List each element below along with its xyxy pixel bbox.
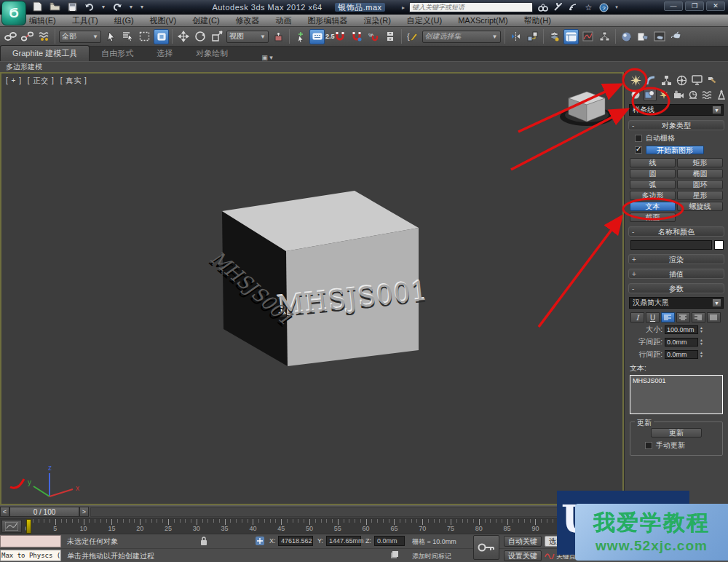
text-input-area[interactable]: MHSJS001 xyxy=(630,375,723,414)
previous-frame-button[interactable]: < xyxy=(0,507,9,517)
object-type-button[interactable]: 多边形 xyxy=(630,191,676,200)
auto-key-button[interactable]: 自动关键点 xyxy=(504,536,542,547)
manual-update-checkbox[interactable] xyxy=(645,442,652,449)
object-type-button[interactable]: 星形 xyxy=(677,191,723,200)
spinner-snap-icon[interactable] xyxy=(383,29,398,44)
menu-item[interactable]: 渲染(R) xyxy=(364,15,391,26)
search-input[interactable] xyxy=(409,2,533,12)
close-button[interactable]: ✕ xyxy=(706,1,725,11)
current-frame-display[interactable]: 0 / 100 xyxy=(9,507,79,517)
use-pivot-point-icon[interactable] xyxy=(271,29,286,44)
italic-button[interactable]: I xyxy=(630,312,644,322)
rollout-name-color[interactable]: -名称和颜色 xyxy=(628,226,724,237)
window-crossing-toggle-icon[interactable] xyxy=(154,29,169,44)
layer-manager-icon[interactable] xyxy=(547,29,562,44)
leading-field[interactable]: 0.0mm xyxy=(665,350,698,359)
y-coordinate-field[interactable]: 1447.65mm xyxy=(326,536,361,546)
space-warps-category-icon[interactable] xyxy=(701,88,714,101)
infocenter-arrow-icon[interactable]: ▸ xyxy=(402,4,405,11)
select-and-move-icon[interactable] xyxy=(175,29,191,44)
menu-item[interactable]: 修改器 xyxy=(236,15,260,26)
mirror-icon[interactable] xyxy=(508,29,523,44)
timeline-ruler[interactable]: 0510152025303540455055606570758085909510… xyxy=(25,518,622,534)
ribbon-panel-polymodeling[interactable]: 多边形建模 xyxy=(6,62,42,72)
max-application-button[interactable]: Ϭ xyxy=(1,1,26,25)
select-by-name-icon[interactable] xyxy=(120,29,135,44)
font-dropdown[interactable]: 汉鼎简大黑▼ xyxy=(629,297,724,309)
rollout-object-type[interactable]: -对象类型 xyxy=(628,120,724,130)
percent-snap-icon[interactable]: % xyxy=(366,29,381,44)
object-type-button[interactable]: 弧 xyxy=(630,180,676,189)
align-right-button[interactable] xyxy=(692,312,705,322)
dropdown-arrow-icon[interactable]: ▼ xyxy=(712,106,721,114)
update-button[interactable]: 更新 xyxy=(651,428,702,438)
snaps-toggle-icon[interactable] xyxy=(333,29,348,44)
rendered-frame-window-icon[interactable] xyxy=(652,29,668,44)
align-icon[interactable] xyxy=(525,29,540,44)
favorites-star-icon[interactable]: ☆ xyxy=(583,2,594,12)
rectangular-selection-region-icon[interactable] xyxy=(137,29,152,44)
shapes-category-icon[interactable] xyxy=(644,88,657,101)
geometry-category-icon[interactable] xyxy=(629,88,642,101)
maximize-button[interactable]: ❒ xyxy=(685,1,704,11)
reference-coordinate-dropdown[interactable]: 视图▼ xyxy=(226,31,269,43)
menu-item[interactable]: 自定义(U) xyxy=(407,15,442,26)
select-object-icon[interactable] xyxy=(103,29,119,44)
object-type-button[interactable]: 文本 xyxy=(630,202,676,211)
select-and-link-icon[interactable] xyxy=(3,29,18,44)
keyboard-shortcut-override-icon[interactable] xyxy=(309,29,325,44)
shape-category-dropdown[interactable]: 样条线▼ xyxy=(629,104,724,116)
menu-item[interactable]: 视图(V) xyxy=(150,15,177,26)
ribbon-tab-graphite[interactable]: Graphite 建模工具 xyxy=(0,45,90,61)
communication-center-icon[interactable] xyxy=(568,2,579,12)
ribbon-tab-freeform[interactable]: 自由形式 xyxy=(90,46,145,61)
modify-tab-icon[interactable] xyxy=(644,74,658,87)
menu-item[interactable]: 组(G) xyxy=(114,15,134,26)
justify-button[interactable] xyxy=(707,312,721,322)
utilities-tab-icon[interactable] xyxy=(705,74,719,87)
leading-spinner[interactable]: ▲▼ xyxy=(700,351,703,358)
selection-lock-icon[interactable] xyxy=(199,536,208,547)
ribbon-minimize-icon[interactable]: ▣ ▾ xyxy=(261,54,273,61)
autogrid-checkbox[interactable] xyxy=(635,135,642,142)
start-new-shape-label[interactable]: 开始新图形 xyxy=(646,146,704,154)
rollout-interpolation[interactable]: +插值 xyxy=(628,269,724,279)
object-type-button[interactable]: 椭圆 xyxy=(677,169,723,178)
graphite-ribbon-toggle-icon[interactable] xyxy=(563,29,579,44)
material-editor-icon[interactable] xyxy=(619,29,634,44)
search-binoculars-icon[interactable] xyxy=(537,2,548,12)
named-selection-sets-dropdown[interactable]: 创建选择集▼ xyxy=(422,31,501,43)
select-and-rotate-icon[interactable] xyxy=(192,29,207,44)
mini-curve-editor-button[interactable] xyxy=(1,520,22,533)
kerning-field[interactable]: 0.0mm xyxy=(665,338,698,347)
track-bar[interactable]: 0510152025303540455055606570758085909510… xyxy=(0,518,624,534)
set-key-button[interactable]: 设置关键点 xyxy=(504,550,542,561)
object-type-button[interactable]: 螺旋线 xyxy=(677,202,723,211)
time-slider-handle[interactable] xyxy=(26,519,31,534)
kerning-spinner[interactable]: ▲▼ xyxy=(700,339,703,346)
minimize-button[interactable]: — xyxy=(664,1,683,11)
render-production-icon[interactable] xyxy=(669,29,684,44)
hierarchy-tab-icon[interactable] xyxy=(660,74,673,87)
menu-item[interactable]: 图形编辑器 xyxy=(308,15,348,26)
object-type-button[interactable]: 截面 xyxy=(630,213,676,222)
help-dropdown-icon[interactable]: ▾ xyxy=(614,2,620,12)
unlink-selection-icon[interactable] xyxy=(20,29,35,44)
cameras-category-icon[interactable] xyxy=(672,88,685,101)
edit-named-selection-sets-icon[interactable]: { xyxy=(405,29,420,44)
dropdown-arrow-icon[interactable]: ▼ xyxy=(712,298,721,307)
menu-item[interactable]: MAXScript(M) xyxy=(458,16,507,25)
ribbon-tab-object-paint[interactable]: 对象绘制 xyxy=(184,46,240,61)
subscription-wrench-icon[interactable] xyxy=(553,2,563,12)
systems-category-icon[interactable] xyxy=(715,88,728,101)
menu-item[interactable]: 帮助(H) xyxy=(524,15,551,26)
selection-filter-dropdown[interactable]: 全部▼ xyxy=(59,31,101,43)
object-type-button[interactable]: 矩形 xyxy=(677,158,723,167)
size-spinner[interactable]: ▲▼ xyxy=(700,326,703,333)
motion-tab-icon[interactable] xyxy=(675,74,689,87)
object-color-swatch[interactable] xyxy=(714,240,724,250)
object-type-button[interactable]: 线 xyxy=(630,158,676,167)
start-new-shape-checkbox[interactable] xyxy=(635,146,642,154)
angle-snap-icon[interactable] xyxy=(349,29,365,44)
underline-button[interactable]: U xyxy=(646,312,660,322)
